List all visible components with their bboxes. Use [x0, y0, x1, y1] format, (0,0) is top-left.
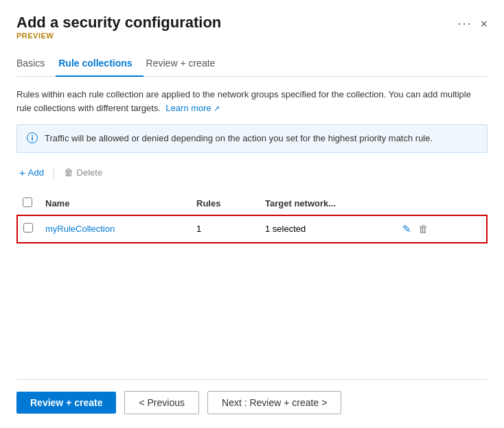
preview-label: PREVIEW [16, 32, 221, 40]
edit-icon[interactable]: ✎ [402, 223, 411, 235]
dialog-header: Add a security configuration PREVIEW ···… [16, 14, 488, 51]
external-link-icon: ↗ [214, 104, 220, 112]
select-all-checkbox[interactable] [23, 198, 32, 207]
delete-row-icon[interactable]: 🗑 [418, 223, 428, 235]
add-button[interactable]: + Add [16, 166, 47, 179]
select-all-header [17, 192, 38, 215]
more-options-icon[interactable]: ··· [457, 16, 472, 31]
trash-icon: 🗑 [64, 167, 73, 178]
close-icon[interactable]: × [480, 18, 488, 30]
row-rules-cell: 1 [190, 215, 258, 243]
learn-more-link[interactable]: Learn more [165, 103, 211, 113]
row-target-cell: 1 selected [258, 215, 396, 243]
col-header-actions [396, 192, 487, 215]
row-checkbox-cell [17, 215, 38, 243]
rule-collection-link[interactable]: myRuleCollection [45, 224, 115, 234]
previous-button[interactable]: < Previous [124, 391, 199, 414]
col-header-rules: Rules [190, 192, 258, 215]
row-name-cell: myRuleCollection [38, 215, 190, 243]
dialog-footer: Review + create < Previous Next : Review… [16, 379, 488, 428]
dialog-title: Add a security configuration [16, 14, 221, 32]
next-button[interactable]: Next : Review + create > [207, 391, 341, 414]
rule-collections-table: Name Rules Target network... myRuleColle… [16, 192, 488, 379]
row-checkbox[interactable] [23, 223, 33, 233]
description-text: Rules within each rule collection are ap… [16, 88, 488, 115]
table-row: myRuleCollection 1 1 selected ✎ 🗑 [17, 215, 487, 243]
toolbar: + Add | 🗑 Delete [16, 165, 488, 180]
row-action-buttons: ✎ 🗑 [402, 223, 479, 235]
header-actions: ··· × [457, 16, 488, 31]
tab-bar: Basics Rule collections Review + create [16, 52, 488, 77]
tab-review-create[interactable]: Review + create [144, 52, 227, 77]
row-actions-cell: ✎ 🗑 [396, 215, 487, 243]
toolbar-divider: | [52, 165, 56, 180]
tab-rule-collections[interactable]: Rule collections [56, 52, 143, 77]
col-header-name: Name [38, 192, 190, 215]
delete-button[interactable]: 🗑 Delete [61, 165, 106, 179]
dialog: Add a security configuration PREVIEW ···… [0, 0, 504, 428]
info-banner: i Traffic will be allowed or denied depe… [16, 124, 488, 153]
tab-basics[interactable]: Basics [16, 52, 56, 77]
review-create-button[interactable]: Review + create [16, 392, 116, 414]
plus-icon: + [19, 167, 25, 178]
info-icon: i [27, 132, 38, 143]
col-header-target: Target network... [258, 192, 396, 215]
info-banner-text: Traffic will be allowed or denied depend… [45, 132, 433, 145]
